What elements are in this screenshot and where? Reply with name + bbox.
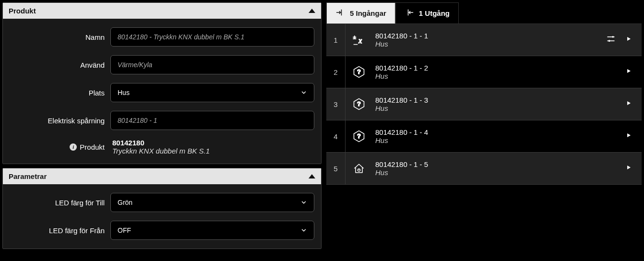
info-icon: i xyxy=(70,143,77,151)
chevron-down-icon xyxy=(300,89,307,96)
led-on-value: Grön xyxy=(118,199,132,206)
io-tabs: 5 Ingångar 1 Utgång xyxy=(326,2,642,24)
input-type-icon xyxy=(346,33,372,47)
chevron-down-icon xyxy=(300,199,307,206)
led-off-select[interactable]: OFF xyxy=(110,221,314,240)
input-row-title: 80142180 - 1 - 4 xyxy=(375,128,622,136)
input-row-number: 4 xyxy=(326,120,346,152)
input-row-number: 1 xyxy=(326,24,346,56)
collapse-icon xyxy=(309,174,315,178)
place-label: Plats xyxy=(10,89,110,97)
product-info: 80142180 Tryckkn KNX dubbel m BK S.1 xyxy=(110,139,314,155)
led-on-label: LED färg för Till xyxy=(10,199,110,207)
name-label: Namn xyxy=(10,33,110,41)
input-row-number: 3 xyxy=(326,88,346,120)
tracking-input-value: 80142180 - 1 xyxy=(118,117,157,124)
expand-icon[interactable] xyxy=(625,68,632,76)
name-input-value: 80142180 - Tryckkn KNX dubbel m BK S.1 xyxy=(118,33,244,41)
params-panel: Parametrar LED färg för Till Grön LED fä… xyxy=(2,168,322,249)
input-row-text: 80142180 - 1 - 1Hus xyxy=(372,28,606,52)
tracking-input[interactable]: 80142180 - 1 xyxy=(110,111,314,130)
product-label-text: Produkt xyxy=(80,143,105,151)
settings-icon[interactable] xyxy=(606,34,616,46)
input-row-text: 80142180 - 1 - 3Hus xyxy=(372,92,625,116)
tab-inputs-label: 5 Ingångar xyxy=(350,9,386,17)
use-label: Använd xyxy=(10,61,110,69)
collapse-icon xyxy=(309,9,315,13)
input-row-title: 80142180 - 1 - 2 xyxy=(375,64,622,72)
input-type-icon xyxy=(346,162,372,175)
led-off-value: OFF xyxy=(118,226,131,234)
input-row-subtitle: Hus xyxy=(375,104,622,112)
tab-outputs[interactable]: 1 Utgång xyxy=(395,2,459,24)
input-row[interactable]: 380142180 - 1 - 3Hus xyxy=(326,88,642,120)
place-select-value: Hus xyxy=(118,89,130,96)
input-row-subtitle: Hus xyxy=(375,168,622,177)
tab-outputs-label: 1 Utgång xyxy=(419,9,450,17)
params-panel-header[interactable]: Parametrar xyxy=(3,168,321,184)
input-row-subtitle: Hus xyxy=(375,40,603,48)
input-type-icon xyxy=(346,97,372,111)
led-off-label: LED färg för Från xyxy=(10,226,110,235)
expand-icon[interactable] xyxy=(625,164,632,173)
input-row-subtitle: Hus xyxy=(375,72,622,80)
use-input[interactable]: Värme/Kyla xyxy=(110,55,314,74)
input-row-number: 2 xyxy=(326,56,346,88)
params-panel-title: Parametrar xyxy=(9,172,47,180)
input-row-title: 80142180 - 1 - 3 xyxy=(375,96,622,104)
product-panel-title: Produkt xyxy=(9,7,36,15)
use-input-value: Värme/Kyla xyxy=(118,61,152,69)
product-id: 80142180 xyxy=(112,139,314,147)
expand-icon[interactable] xyxy=(625,36,632,44)
input-row[interactable]: 480142180 - 1 - 4Hus xyxy=(326,120,642,153)
output-arrow-icon xyxy=(405,8,414,19)
led-on-select[interactable]: Grön xyxy=(110,193,314,212)
input-type-icon xyxy=(346,65,372,79)
product-desc: Tryckkn KNX dubbel m BK S.1 xyxy=(112,147,314,155)
tracking-label: Elektrisk spårning xyxy=(10,117,110,125)
input-arrow-icon xyxy=(335,8,345,19)
input-row-title: 80142180 - 1 - 5 xyxy=(375,160,622,168)
input-row[interactable]: 180142180 - 1 - 1Hus xyxy=(326,24,642,56)
input-row-title: 80142180 - 1 - 1 xyxy=(375,32,603,40)
input-row-subtitle: Hus xyxy=(375,136,622,144)
product-info-label: i Produkt xyxy=(10,143,110,151)
input-row-number: 5 xyxy=(326,153,346,184)
chevron-down-icon xyxy=(300,227,307,234)
product-panel: Produkt Namn 80142180 - Tryckkn KNX dubb… xyxy=(2,2,322,164)
product-panel-header[interactable]: Produkt xyxy=(3,3,321,19)
input-row-text: 80142180 - 1 - 2Hus xyxy=(372,60,625,84)
expand-icon[interactable] xyxy=(625,100,632,108)
expand-icon[interactable] xyxy=(625,132,632,141)
input-row[interactable]: 280142180 - 1 - 2Hus xyxy=(326,56,642,88)
input-row[interactable]: 580142180 - 1 - 5Hus xyxy=(326,153,642,185)
input-type-icon xyxy=(346,130,372,143)
inputs-list: 180142180 - 1 - 1Hus280142180 - 1 - 2Hus… xyxy=(326,24,642,185)
input-row-text: 80142180 - 1 - 4Hus xyxy=(372,124,625,148)
tab-inputs[interactable]: 5 Ingångar xyxy=(326,2,395,24)
input-row-text: 80142180 - 1 - 5Hus xyxy=(372,156,625,180)
place-select[interactable]: Hus xyxy=(110,83,314,102)
name-input[interactable]: 80142180 - Tryckkn KNX dubbel m BK S.1 xyxy=(110,27,314,47)
